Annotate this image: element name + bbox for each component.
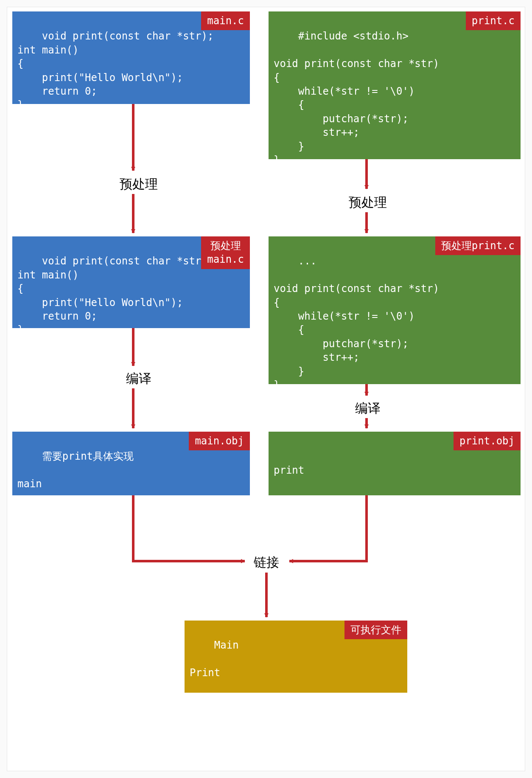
code-print-pre: ... void print(const char *str) { while(… — [274, 255, 439, 391]
label-link: 链接 — [252, 554, 281, 571]
box-main-obj: 需要print具体实现 main main.obj — [12, 432, 250, 495]
label-preprocess-right: 预处理 — [347, 194, 389, 211]
tag-exe: 可执行文件 — [344, 621, 407, 639]
label-compile-right: 编译 — [353, 400, 383, 417]
tag-main-obj: main.obj — [189, 432, 250, 450]
tag-print-c: print.c — [466, 11, 521, 30]
tag-main-pre: 预处理 main.c — [201, 236, 250, 269]
code-main-obj: 需要print具体实现 main — [17, 450, 134, 490]
tag-print-pre: 预处理print.c — [435, 236, 521, 255]
code-print-c: #include <stdio.h> void print(const char… — [274, 30, 439, 166]
tag-print-obj: print.obj — [454, 432, 521, 450]
box-print-c: #include <stdio.h> void print(const char… — [269, 11, 521, 159]
box-print-pre: ... void print(const char *str) { while(… — [269, 236, 521, 384]
compilation-diagram: void print(const char *str); int main() … — [7, 7, 525, 771]
label-preprocess-left: 预处理 — [118, 176, 160, 193]
code-print-obj: print — [274, 464, 304, 476]
code-main-pre: void print(const char *str); int main() … — [17, 255, 213, 336]
box-main-pre: void print(const char *str); int main() … — [12, 236, 250, 328]
box-executable: Main Print 可执行文件 — [185, 621, 407, 693]
box-main-c: void print(const char *str); int main() … — [12, 11, 250, 104]
box-print-obj: print print.obj — [269, 432, 521, 495]
label-compile-left: 编译 — [124, 370, 154, 388]
tag-main-c: main.c — [201, 11, 250, 30]
code-main-c: void print(const char *str); int main() … — [17, 30, 213, 111]
code-exe: Main Print — [190, 639, 239, 679]
